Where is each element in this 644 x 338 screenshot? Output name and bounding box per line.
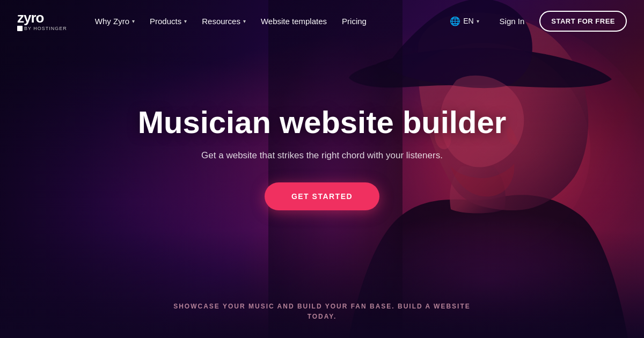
nav-item-pricing[interactable]: Pricing xyxy=(335,12,373,30)
chevron-down-icon: ▾ xyxy=(477,18,479,24)
hero-content: Musician website builder Get a website t… xyxy=(0,0,644,338)
start-for-free-button[interactable]: START FOR FREE xyxy=(539,11,627,32)
nav-item-why-zyro[interactable]: Why Zyro ▾ xyxy=(89,12,141,30)
navigation: zyro BY HOSTINGER Why Zyro ▾ Products ▾ … xyxy=(0,0,644,42)
globe-icon: 🌐 xyxy=(450,16,460,26)
get-started-button[interactable]: GET STARTED xyxy=(265,182,379,210)
hero-subtitle: Get a website that strikes the right cho… xyxy=(201,150,443,161)
logo[interactable]: zyro BY HOSTINGER xyxy=(17,11,67,31)
nav-item-resources[interactable]: Resources ▾ xyxy=(195,12,252,30)
logo-text: zyro xyxy=(17,11,67,25)
hero-title: Musician website builder xyxy=(138,105,506,139)
chevron-down-icon: ▾ xyxy=(243,18,246,24)
nav-links: Why Zyro ▾ Products ▾ Resources ▾ Websit… xyxy=(89,12,444,30)
chevron-down-icon: ▾ xyxy=(184,18,187,24)
nav-right: 🌐 EN ▾ Sign In START FOR FREE xyxy=(444,11,627,32)
chevron-down-icon: ▾ xyxy=(132,18,135,24)
signin-button[interactable]: Sign In xyxy=(493,13,531,29)
h-icon xyxy=(17,26,23,31)
language-selector[interactable]: 🌐 EN ▾ xyxy=(444,13,484,30)
nav-item-website-templates[interactable]: Website templates xyxy=(254,12,333,30)
logo-subtext: BY HOSTINGER xyxy=(17,26,67,31)
hero-tagline: SHOWCASE YOUR MUSIC AND BUILD YOUR FAN B… xyxy=(0,302,644,322)
nav-item-products[interactable]: Products ▾ xyxy=(143,12,193,30)
